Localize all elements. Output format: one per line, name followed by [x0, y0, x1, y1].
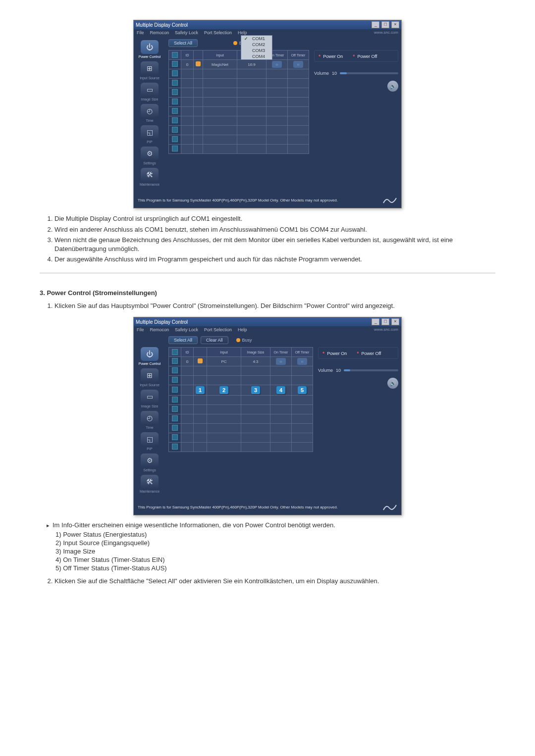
table-row[interactable]: 0 PC 4:3 ○ ○: [169, 357, 313, 366]
sidebar-item-pip[interactable]: ◱ PIP: [136, 432, 163, 451]
table-row: [169, 433, 313, 443]
callout-4: 4: [276, 386, 285, 394]
header-checkbox[interactable]: [172, 349, 178, 355]
sidebar-item-image-size[interactable]: ▭ Image Size: [136, 83, 163, 101]
table-row: [169, 414, 313, 424]
volume-slider[interactable]: [344, 369, 398, 371]
sidebar-label: Maintenance: [136, 490, 163, 493]
pip-icon: ◱: [141, 125, 159, 139]
disclaimer-text: This Program is for Samsung SyncMaster 4…: [138, 198, 338, 202]
power-panel: Power On Power Off Volume 10 🔊: [318, 347, 398, 452]
clear-all-button[interactable]: Clear All: [201, 336, 228, 344]
table-row: [169, 135, 309, 145]
select-all-button[interactable]: Select All: [168, 336, 198, 344]
pip-icon: ◱: [141, 432, 159, 446]
close-button[interactable]: ×: [391, 21, 399, 28]
port-dropdown: COM1 COM2 COM3 COM4: [241, 35, 272, 60]
col-id: ID: [181, 348, 194, 357]
speaker-icon[interactable]: 🔊: [387, 81, 398, 92]
maximize-button[interactable]: □: [381, 21, 389, 28]
sidebar-label: Input Source: [136, 76, 163, 80]
menu-safety-lock[interactable]: Safety Lock: [175, 30, 198, 35]
table-row[interactable]: 0 MagicNet 16:9 ○ ○: [169, 60, 309, 69]
cell-id: 0: [181, 60, 194, 69]
volume-value: 10: [332, 71, 337, 76]
sidebar-item-settings[interactable]: ⚙ Settings: [136, 454, 163, 472]
sidebar-item-maintenance[interactable]: 🛠 Maintenance: [136, 475, 163, 493]
power-off-button[interactable]: Power Off: [357, 350, 381, 356]
cell-off-timer: ○: [297, 358, 307, 365]
col-input: Input: [207, 348, 241, 357]
section-heading: 3. Power Control (Stromeinstellungen): [40, 289, 495, 297]
sidebar-item-power-control[interactable]: ⏻ Power Control: [136, 347, 163, 365]
link-samsung[interactable]: www.snc.com: [374, 30, 398, 35]
menu-help[interactable]: Help: [238, 30, 247, 35]
col-image-size: Image Size: [241, 348, 270, 357]
screenshot-power-control: Multiple Display Control _ □ × File Remo…: [133, 317, 402, 515]
menu-file[interactable]: File: [137, 327, 144, 332]
sidebar: ⏻ Power Control ⊞ Input Source ▭ Image S…: [134, 333, 165, 499]
menu-remocon[interactable]: Remocon: [150, 30, 169, 35]
sidebar-label: Settings: [136, 161, 163, 165]
clock-icon: ◴: [141, 104, 159, 118]
screenshot-port-selection: Multiple Display Control _ □ × File Remo…: [133, 20, 402, 208]
speaker-icon[interactable]: 🔊: [387, 378, 398, 389]
sidebar-label: Time: [136, 119, 163, 122]
port-com1[interactable]: COM1: [241, 36, 272, 42]
col-id: ID: [181, 50, 194, 60]
select-all-button[interactable]: Select All: [168, 39, 198, 47]
row-checkbox[interactable]: [172, 61, 178, 67]
window-buttons: _ □ ×: [371, 318, 399, 325]
menu-safety-lock[interactable]: Safety Lock: [175, 327, 198, 332]
row-checkbox[interactable]: [172, 358, 178, 364]
legend-item: 4) On Timer Status (Timer-Status EIN): [55, 556, 495, 563]
sidebar-item-settings[interactable]: ⚙ Settings: [136, 147, 163, 165]
power-off-button[interactable]: Power Off: [353, 52, 377, 59]
maximize-button[interactable]: □: [381, 318, 389, 325]
sidebar-item-time[interactable]: ◴ Time: [136, 104, 163, 122]
sidebar-label: Power Control: [136, 362, 163, 365]
link-samsung[interactable]: www.snc.com: [374, 327, 398, 332]
sidebar-item-input-source[interactable]: ⊞ Input Source: [136, 61, 163, 80]
power-instructions-list: Klicken Sie auf das Hauptsymbol "Power C…: [40, 302, 495, 310]
port-com3[interactable]: COM3: [241, 48, 272, 53]
sidebar-item-power-control[interactable]: ⏻ Power Control: [136, 40, 163, 58]
sidebar-label: Image Size: [136, 98, 163, 101]
list-item: Klicken Sie auf das Hauptsymbol "Power C…: [54, 302, 495, 310]
header-checkbox[interactable]: [172, 52, 178, 58]
sidebar-item-image-size[interactable]: ▭ Image Size: [136, 390, 163, 408]
status-dot: [196, 61, 201, 66]
menu-remocon[interactable]: Remocon: [150, 327, 169, 332]
menu-port-selection[interactable]: Port Selection: [204, 30, 232, 35]
volume-label: Volume: [314, 71, 329, 76]
power-on-button[interactable]: Power On: [322, 350, 347, 356]
list-item: Die Multiple Display Control ist ursprün…: [54, 214, 495, 223]
volume-slider[interactable]: [340, 72, 398, 74]
menu-file[interactable]: File: [137, 30, 144, 35]
menu-help[interactable]: Help: [238, 327, 247, 332]
col-input: Input: [203, 50, 237, 60]
callout-2: 2: [219, 386, 228, 394]
sidebar-label: PIP: [136, 447, 163, 451]
sidebar-item-pip[interactable]: ◱ PIP: [136, 125, 163, 144]
port-com4[interactable]: COM4: [241, 53, 272, 59]
port-com2[interactable]: COM2: [241, 42, 272, 48]
table-row: [169, 116, 309, 126]
sidebar-item-maintenance[interactable]: 🛠 Maintenance: [136, 168, 163, 186]
power-on-button[interactable]: Power On: [319, 52, 343, 59]
table-row: [169, 405, 313, 414]
menu-port-selection[interactable]: Port Selection: [204, 327, 232, 332]
minimize-button[interactable]: _: [372, 318, 379, 325]
sidebar-label: Power Control: [136, 55, 163, 58]
sidebar-item-time[interactable]: ◴ Time: [136, 411, 163, 429]
disclaimer-bar: This Program is for Samsung SyncMaster 4…: [134, 499, 401, 515]
cell-size: 4:3: [241, 357, 270, 366]
minimize-button[interactable]: _: [372, 21, 379, 28]
gear-icon: ⚙: [141, 147, 159, 160]
legend-item: 3) Image Size: [55, 548, 495, 555]
list-item: Der ausgewählte Anschluss wird im Progra…: [54, 255, 495, 264]
close-button[interactable]: ×: [391, 318, 399, 325]
sidebar-item-input-source[interactable]: ⊞ Input Source: [136, 368, 163, 387]
power-instructions-list-2: Klicken Sie auf die Schaltfläche "Select…: [40, 577, 495, 586]
busy-icon: [236, 338, 240, 342]
